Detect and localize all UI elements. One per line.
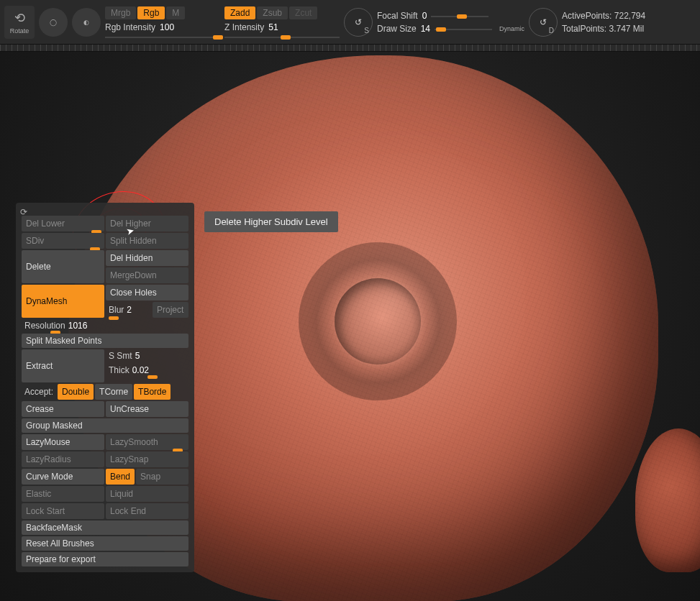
sphere-icon: ◯ (50, 19, 57, 26)
lock-start-button[interactable]: Lock Start (22, 503, 104, 519)
total-points-value: 3.747 Mil (609, 24, 644, 34)
uncrease-button[interactable]: UnCrease (106, 401, 188, 417)
prepare-for-export-button[interactable]: Prepare for export (22, 552, 188, 566)
brush-icon-1[interactable]: ◯ (39, 8, 68, 37)
double-button[interactable]: Double (58, 384, 94, 400)
accept-label: Accept: (22, 384, 56, 400)
active-points-value: 722,794 (614, 11, 645, 21)
zadd-toggle[interactable]: Zadd (224, 6, 255, 19)
stroke-d-icon[interactable]: ↺D (529, 8, 558, 37)
zcut-toggle[interactable]: Zcut (289, 6, 317, 19)
timeline-ruler[interactable] (0, 45, 700, 52)
draw-size-label: Draw Size (377, 24, 417, 34)
dynamic-label[interactable]: Dynamic (499, 25, 524, 32)
tooltip: Delete Higher Subdiv Level (204, 211, 338, 232)
stroke-spiral-icon: ↺ (355, 17, 362, 27)
rotate-button[interactable]: ⟲ Rotate (4, 6, 35, 39)
snap-button[interactable]: Snap (136, 469, 188, 485)
active-points-label: ActivePoints: (562, 11, 612, 21)
crease-button[interactable]: Crease (22, 401, 104, 417)
merge-down-button[interactable]: MergeDown (106, 267, 188, 283)
tborde-button[interactable]: TBorde (134, 384, 171, 400)
sphere-shaded-icon: ◐ (83, 19, 89, 26)
draw-size-slider[interactable] (435, 29, 492, 30)
lazysnap-button[interactable]: LazySnap (106, 451, 188, 467)
top-toolbar: ⟲ Rotate ◯ ◐ Mrgb Rgb M Rgb Intensity 10… (0, 0, 700, 45)
project-button[interactable]: Project (153, 302, 188, 318)
brush-icon-2[interactable]: ◐ (72, 8, 101, 37)
sdiv-button[interactable]: SDiv (22, 233, 104, 249)
reset-all-brushes-button[interactable]: Reset All Brushes (22, 536, 188, 551)
focal-shift-value: 0 (422, 11, 427, 21)
ssmt-slider[interactable]: S Smt 5 (106, 349, 188, 362)
focal-shift-slider[interactable] (431, 16, 488, 17)
rgb-group: Mrgb Rgb M Rgb Intensity 100 (105, 6, 220, 38)
extract-button[interactable]: Extract (22, 349, 104, 382)
tcorne-button[interactable]: TCorne (95, 384, 132, 400)
backface-mask-button[interactable]: BackfaceMask (22, 520, 188, 535)
elastic-button[interactable]: Elastic (22, 486, 104, 502)
thick-slider[interactable]: Thick 0.02 (106, 364, 188, 377)
rgb-toggle[interactable]: Rgb (137, 6, 165, 19)
del-lower-button[interactable]: Del Lower (22, 216, 104, 231)
quick-panel: ⟳ ➤ Del Lower Del Higher SDiv Split Hidd… (16, 203, 194, 572)
m-toggle[interactable]: M (166, 6, 185, 19)
del-higher-button[interactable]: Del Higher (106, 216, 188, 231)
liquid-button[interactable]: Liquid (106, 486, 188, 502)
mrgb-toggle[interactable]: Mrgb (105, 6, 136, 19)
lock-end-button[interactable]: Lock End (106, 503, 188, 519)
focal-shift-label: Focal Shift (377, 11, 418, 21)
mesh-ear (635, 428, 700, 572)
curve-mode-button[interactable]: Curve Mode (22, 469, 104, 485)
z-intensity-value: 51 (268, 22, 278, 32)
del-hidden-button[interactable]: Del Hidden (106, 250, 188, 266)
group-masked-button[interactable]: Group Masked (22, 418, 188, 433)
stroke-s-icon[interactable]: ↺S (344, 8, 373, 37)
split-masked-points-button[interactable]: Split Masked Points (22, 334, 188, 348)
zsub-toggle[interactable]: Zsub (257, 6, 288, 19)
z-group: Zadd Zsub Zcut Z Intensity 51 (224, 6, 340, 38)
lazysmooth-button[interactable]: LazySmooth (106, 434, 188, 450)
blur-slider[interactable]: Blur 2 (106, 302, 151, 318)
rgb-intensity-value: 100 (160, 22, 174, 32)
delete-button[interactable]: Delete (22, 250, 104, 283)
lazyradius-button[interactable]: LazyRadius (22, 451, 104, 467)
rgb-intensity-label: Rgb Intensity (105, 22, 155, 32)
bend-button[interactable]: Bend (106, 469, 135, 485)
total-points-label: TotalPoints: (562, 24, 606, 34)
resolution-slider[interactable]: Resolution 1016 (22, 319, 188, 332)
draw-group: Focal Shift 0 Draw Size 14 Dynamic (377, 11, 524, 34)
stroke-draw-icon: ↺ (540, 17, 547, 27)
lazymouse-button[interactable]: LazyMouse (22, 434, 104, 450)
rotate-icon: ⟲ (14, 10, 25, 26)
stats: ActivePoints: 722,794 TotalPoints: 3.747… (562, 11, 645, 34)
split-hidden-button[interactable]: Split Hidden (106, 233, 188, 249)
dynamesh-button[interactable]: DynaMesh (22, 285, 104, 318)
rgb-intensity-slider[interactable] (105, 37, 220, 38)
rotate-label: Rotate (10, 27, 29, 35)
z-intensity-label: Z Intensity (224, 22, 264, 32)
close-holes-button[interactable]: Close Holes (106, 285, 188, 300)
z-intensity-slider[interactable] (224, 37, 340, 38)
draw-size-value: 14 (421, 24, 430, 34)
